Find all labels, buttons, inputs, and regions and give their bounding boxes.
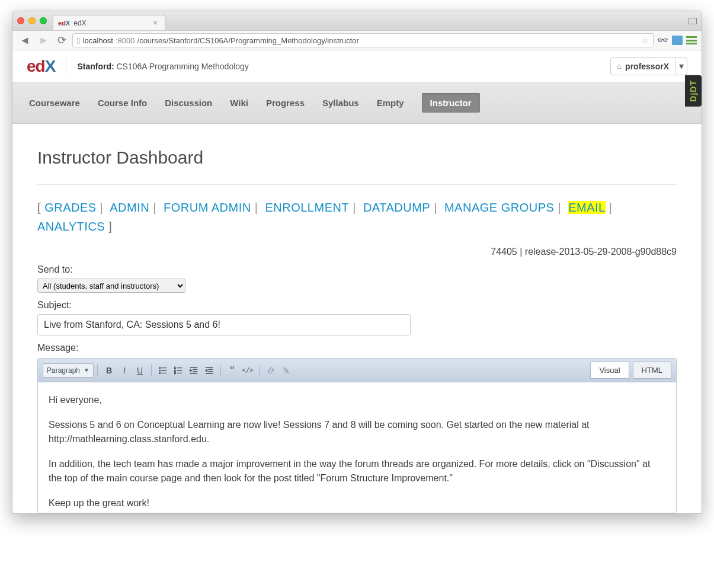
nav-progress[interactable]: Progress [266,98,305,108]
sendto-select[interactable]: All (students, staff and instructors) [37,279,185,293]
course-title: Stanford: CS106A Programming Methodology [77,62,248,71]
sublink-grades[interactable]: GRADES [44,201,96,214]
sublink-admin[interactable]: ADMIN [110,201,149,214]
message-label: Message: [37,343,677,353]
format-select[interactable]: Paragraph▼ [43,363,94,378]
sublink-forum-admin[interactable]: FORUM ADMIN [164,201,251,214]
editor-toolbar: Paragraph▼ B I U 123 [38,359,676,382]
message-paragraph: Sessions 5 and 6 on Conceptual Learning … [49,418,665,446]
url-field[interactable]: ▯ localhost:8000/courses/Stanford/CS106A… [72,33,654,47]
bold-button[interactable]: B [101,363,117,378]
sublink-datadump[interactable]: DATADUMP [363,201,430,214]
message-paragraph: In addition, the tech team has made a ma… [49,457,665,485]
message-paragraph: Keep up the great work! [49,496,665,510]
close-tab-button[interactable]: × [151,18,160,27]
bullet-list-button[interactable] [155,363,171,378]
extension-icon-2[interactable] [672,36,683,45]
course-nav: Courseware Course Info Discussion Wiki P… [12,82,702,124]
message-paragraph: Hi everyone, [49,393,665,407]
svg-marker-16 [190,369,192,372]
svg-point-0 [159,367,161,368]
html-tab[interactable]: HTML [633,362,671,379]
nav-courseware[interactable]: Courseware [29,98,80,108]
editor-body[interactable]: Hi everyone, Sessions 5 and 6 on Concept… [38,382,676,513]
home-icon: ⌂ [617,62,622,71]
site-header: edX Stanford: CS106A Programming Methodo… [12,50,702,82]
sublink-enrollment[interactable]: ENROLLMENT [265,201,349,214]
number-list-button[interactable]: 123 [171,363,186,378]
window-controls [17,17,47,24]
sendto-label: Send to: [37,264,677,275]
tab-title: edX [73,19,86,27]
nav-discussion[interactable]: Discussion [165,98,212,108]
django-debug-toolbar[interactable]: DjDT [685,75,702,107]
subject-input[interactable] [37,314,411,335]
page-title: Instructor Dashboard [37,148,677,185]
chrome-menu-button[interactable] [686,36,697,44]
svg-point-2 [159,370,161,371]
svg-text:3: 3 [174,372,176,375]
address-bar: ◄ ► ⟳ ▯ localhost:8000/courses/Stanford/… [12,30,702,50]
user-menu[interactable]: ⌂ professorX ▾ [610,57,687,75]
browser-tab[interactable]: edX edX × [53,15,165,30]
sublink-email[interactable]: EMAIL [568,201,606,214]
url-path: /courses/Stanford/CS106A/Programming_Met… [137,36,359,45]
nav-instructor[interactable]: Instructor [422,93,480,113]
rich-text-editor: Paragraph▼ B I U 123 [37,358,677,513]
nav-syllabus[interactable]: Syllabus [322,98,359,108]
link-button[interactable] [263,363,278,378]
svg-point-4 [159,372,161,373]
blockquote-button[interactable]: “ [225,363,240,378]
code-button[interactable]: </> [240,363,255,378]
window-box-icon[interactable] [689,18,697,24]
edx-logo[interactable]: edX [27,57,55,76]
page-icon: ▯ [76,36,81,44]
nav-empty[interactable]: Empty [377,98,404,108]
nav-course-info[interactable]: Course Info [98,98,147,108]
unlink-button[interactable] [278,363,294,378]
minimize-window-button[interactable] [28,17,36,24]
forward-button[interactable]: ► [36,34,52,47]
instructor-sublinks: [ GRADES| ADMIN| FORUM ADMIN| ENROLLMENT… [37,198,677,236]
subject-label: Subject: [37,300,677,311]
sublink-manage-groups[interactable]: MANAGE GROUPS [444,201,554,214]
back-button[interactable]: ◄ [17,34,33,47]
italic-button[interactable]: I [117,363,132,378]
sublink-analytics[interactable]: ANALYTICS [37,220,105,233]
outdent-button[interactable] [186,363,201,378]
release-info: 74405 | release-2013-05-29-2008-g90d88c9 [37,247,677,257]
browser-tab-strip: edX edX × [12,11,702,30]
zoom-window-button[interactable] [40,17,47,24]
url-host: localhost [83,36,113,45]
indent-button[interactable] [201,363,217,378]
reload-button[interactable]: ⟳ [55,34,69,47]
svg-marker-21 [206,369,207,372]
url-port: :8000 [116,36,135,45]
favicon-icon: edX [58,20,70,27]
divider [66,57,66,76]
extension-icon[interactable]: 👓 [657,35,668,46]
nav-wiki[interactable]: Wiki [230,98,248,108]
bookmark-icon[interactable]: ☆ [642,36,649,45]
underline-button[interactable]: U [132,363,148,378]
visual-tab[interactable]: Visual [590,362,629,379]
close-window-button[interactable] [17,17,24,24]
username: professorX [625,62,669,71]
user-dropdown-caret[interactable]: ▾ [675,58,687,75]
